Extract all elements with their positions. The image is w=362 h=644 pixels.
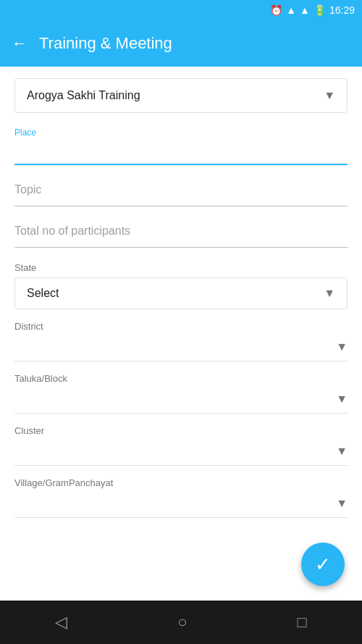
topic-input[interactable] [14, 180, 348, 200]
district-label: District [14, 321, 348, 332]
participants-field-group [14, 221, 348, 248]
cluster-arrow-icon: ▼ [336, 445, 348, 458]
place-input[interactable] [14, 141, 348, 161]
battery-icon: 🔋 [313, 4, 326, 16]
taluka-label: Taluka/Block [14, 373, 348, 384]
app-bar: ← Training & Meeting [0, 20, 362, 67]
status-time: 16:29 [329, 4, 355, 16]
training-type-arrow-icon: ▼ [324, 89, 335, 102]
check-icon: ✓ [315, 553, 331, 576]
back-nav-icon[interactable]: ◁ [55, 613, 67, 632]
topic-field-group [14, 180, 348, 206]
wifi-icon: ▲ [286, 4, 296, 16]
nav-bar: ◁ ○ □ [0, 601, 362, 644]
recent-nav-icon[interactable]: □ [298, 613, 307, 632]
participants-input[interactable] [14, 221, 348, 241]
alarm-icon: ⏰ [270, 4, 282, 16]
status-icons: ⏰ ▲ ▲ 🔋 16:29 [270, 4, 355, 16]
state-label: State [14, 262, 348, 273]
village-dropdown[interactable]: ▼ [14, 490, 348, 518]
back-button[interactable]: ← [12, 34, 28, 53]
training-type-dropdown[interactable]: Arogya Sakhi Training ▼ [14, 78, 348, 113]
taluka-arrow-icon: ▼ [336, 393, 348, 406]
page-title: Training & Meeting [39, 34, 172, 53]
place-field-group: Place [14, 127, 348, 165]
cluster-group: Cluster ▼ [14, 425, 348, 466]
district-dropdown[interactable]: ▼ [14, 333, 348, 361]
cluster-label: Cluster [14, 425, 348, 436]
submit-fab[interactable]: ✓ [301, 543, 345, 586]
cluster-dropdown[interactable]: ▼ [14, 438, 348, 466]
district-group: District ▼ [14, 321, 348, 361]
status-bar: ⏰ ▲ ▲ 🔋 16:29 [0, 0, 362, 20]
village-label: Village/GramPanchayat [14, 477, 348, 488]
state-select-group: State Select ▼ [14, 262, 348, 309]
state-value: Select [27, 287, 59, 300]
training-type-value: Arogya Sakhi Training [27, 89, 140, 102]
district-arrow-icon: ▼ [336, 340, 348, 354]
taluka-group: Taluka/Block ▼ [14, 373, 348, 414]
signal-icon: ▲ [300, 4, 310, 16]
state-arrow-icon: ▼ [324, 287, 335, 300]
state-dropdown[interactable]: Select ▼ [14, 277, 348, 309]
form-content: Arogya Sakhi Training ▼ Place State Sele… [0, 67, 362, 601]
village-group: Village/GramPanchayat ▼ [14, 477, 348, 518]
place-label: Place [14, 127, 348, 138]
home-nav-icon[interactable]: ○ [177, 613, 187, 632]
taluka-dropdown[interactable]: ▼ [14, 385, 348, 414]
village-arrow-icon: ▼ [336, 497, 348, 510]
